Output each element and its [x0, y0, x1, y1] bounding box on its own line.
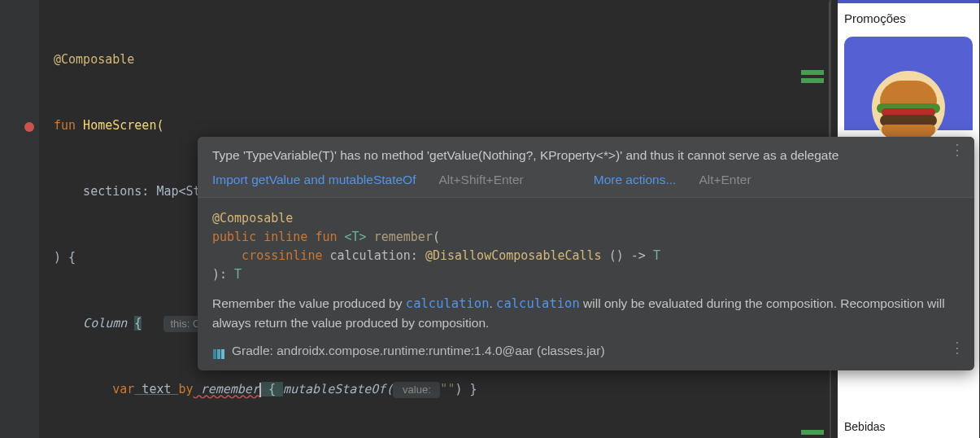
shortcut-hint: Alt+Shift+Enter	[438, 173, 523, 187]
preview-section-header: Bebidas	[844, 420, 886, 433]
inlay-hint: value:	[393, 382, 440, 398]
svg-rect-0	[213, 349, 216, 359]
svg-rect-1	[217, 349, 220, 359]
preview-section-header: Promoções	[838, 3, 979, 32]
kebab-menu-icon[interactable]: ⋮	[950, 346, 963, 359]
error-message: Type 'TypeVariable(T)' has no method 'ge…	[212, 148, 960, 163]
kebab-menu-icon[interactable]: ⋮	[950, 148, 963, 161]
shortcut-hint: Alt+Enter	[699, 173, 751, 187]
preview-card[interactable]	[844, 37, 973, 146]
doc-description: Remember the value produced by calculati…	[198, 291, 974, 370]
more-actions-link[interactable]: More actions...	[594, 173, 677, 187]
signature-block: @Composable public inline fun <T> rememb…	[198, 198, 974, 291]
annotation: @Composable	[54, 52, 134, 67]
source-library: Gradle: androidx.compose.runtime:runtime…	[212, 341, 960, 361]
library-icon	[212, 346, 227, 357]
svg-rect-2	[221, 349, 224, 359]
import-fix-link[interactable]: Import getValue and mutableStateOf	[212, 173, 416, 187]
burger-image	[872, 71, 945, 144]
quick-doc-popup: ⋮ Type 'TypeVariable(T)' has no method '…	[198, 137, 974, 370]
